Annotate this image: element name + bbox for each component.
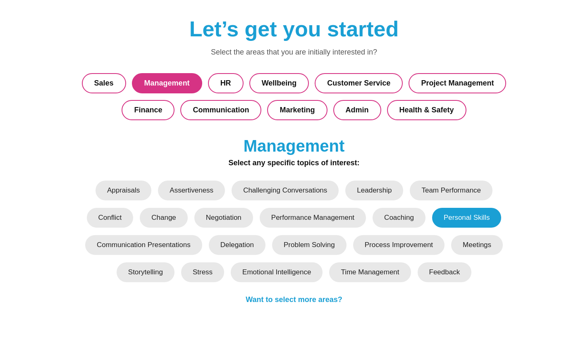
category-chip-sales[interactable]: Sales	[82, 73, 126, 93]
topic-chip-delegation[interactable]: Delegation	[209, 235, 265, 255]
categories-section: SalesManagementHRWellbeingCustomer Servi…	[25, 73, 563, 120]
topic-chip-change[interactable]: Change	[140, 208, 188, 228]
categories-row-2: FinanceCommunicationMarketingAdminHealth…	[122, 100, 466, 120]
categories-row-1: SalesManagementHRWellbeingCustomer Servi…	[82, 73, 507, 93]
topic-chip-problem-solving[interactable]: Problem Solving	[272, 235, 347, 255]
topic-chip-communication-presentations[interactable]: Communication Presentations	[85, 235, 202, 255]
topic-chip-leadership[interactable]: Leadership	[345, 181, 403, 200]
topic-chip-emotional-intelligence[interactable]: Emotional Intelligence	[231, 262, 323, 282]
topic-chip-conflict[interactable]: Conflict	[87, 208, 134, 228]
topic-chip-negotiation[interactable]: Negotiation	[194, 208, 253, 228]
topic-chip-stress[interactable]: Stress	[181, 262, 224, 282]
category-chip-admin[interactable]: Admin	[333, 100, 381, 120]
topics-row-2: ConflictChangeNegotiationPerformance Man…	[87, 208, 502, 228]
page-title: Let’s get you started	[189, 17, 399, 41]
topic-chip-assertiveness[interactable]: Assertiveness	[158, 181, 225, 200]
topics-row-1: AppraisalsAssertivenessChallenging Conve…	[96, 181, 492, 200]
category-chip-communication[interactable]: Communication	[180, 100, 261, 120]
topic-chip-time-management[interactable]: Time Management	[329, 262, 411, 282]
topics-row-3: Communication PresentationsDelegationPro…	[85, 235, 503, 255]
category-chip-management[interactable]: Management	[132, 73, 202, 93]
category-chip-project-management[interactable]: Project Management	[409, 73, 506, 93]
topic-chip-storytelling[interactable]: Storytelling	[117, 262, 174, 282]
category-chip-finance[interactable]: Finance	[122, 100, 174, 120]
topic-chip-coaching[interactable]: Coaching	[373, 208, 425, 228]
category-chip-marketing[interactable]: Marketing	[267, 100, 327, 120]
topic-chip-meetings[interactable]: Meetings	[451, 235, 503, 255]
page-subtitle: Select the areas that you are initially …	[211, 48, 377, 57]
topic-chip-feedback[interactable]: Feedback	[418, 262, 472, 282]
topic-chip-personal-skills[interactable]: Personal Skills	[432, 208, 502, 228]
topic-chip-performance-management[interactable]: Performance Management	[260, 208, 366, 228]
topic-chip-team-performance[interactable]: Team Performance	[410, 181, 492, 200]
management-section-subtitle: Select any specific topics of interest:	[228, 159, 359, 167]
topics-section: AppraisalsAssertivenessChallenging Conve…	[25, 181, 563, 282]
topic-chip-challenging-conversations[interactable]: Challenging Conversations	[232, 181, 339, 200]
category-chip-hr[interactable]: HR	[208, 73, 244, 93]
want-more-link[interactable]: Want to select more areas?	[246, 295, 342, 304]
management-section-title: Management	[244, 137, 345, 155]
topic-chip-appraisals[interactable]: Appraisals	[96, 181, 151, 200]
category-chip-customer-service[interactable]: Customer Service	[315, 73, 403, 93]
category-chip-health-&-safety[interactable]: Health & Safety	[387, 100, 466, 120]
topics-row-4: StorytellingStressEmotional Intelligence…	[117, 262, 471, 282]
category-chip-wellbeing[interactable]: Wellbeing	[249, 73, 309, 93]
topic-chip-process-improvement[interactable]: Process Improvement	[353, 235, 445, 255]
